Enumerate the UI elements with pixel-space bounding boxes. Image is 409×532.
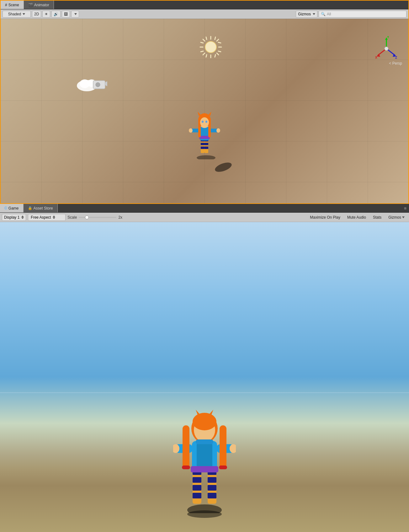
scale-section: Scale 2x <box>67 215 122 220</box>
2d-label: 2D <box>34 12 39 16</box>
game-gizmos-arrow-icon <box>402 216 405 218</box>
gizmo-widget[interactable]: Y X Z <box>374 36 399 61</box>
maximize-label: Maximize On Play <box>310 215 340 220</box>
tab-animator-label: Animator <box>34 3 49 7</box>
svg-line-13 <box>201 51 203 52</box>
sun-scene-icon <box>198 35 223 60</box>
scale-label: Scale <box>67 215 77 220</box>
svg-rect-30 <box>204 143 208 145</box>
svg-rect-26 <box>201 143 204 145</box>
free-aspect-dropdown[interactable]: Free Aspect <box>28 214 66 221</box>
gizmos-button[interactable]: Gizmos <box>296 11 317 18</box>
scene-toolbar: Shaded 2D ☀ 🔊 🖼 Gizmos 🔍 All <box>1 9 408 19</box>
svg-line-7 <box>217 39 219 41</box>
display-dropdown[interactable]: Display 1 <box>2 214 26 221</box>
svg-rect-31 <box>204 146 208 149</box>
svg-marker-21 <box>105 81 107 86</box>
svg-point-57 <box>385 47 388 51</box>
tab-asset-store[interactable]: 🔒 Asset Store <box>24 204 58 212</box>
effects-arrow-btn[interactable] <box>71 11 79 18</box>
gizmos-arrow-icon <box>313 13 315 15</box>
free-aspect-arrows-icon <box>53 215 55 219</box>
audio-button[interactable]: 🔊 <box>51 11 61 18</box>
svg-line-11 <box>201 42 203 43</box>
svg-line-14 <box>218 42 221 43</box>
svg-line-5 <box>203 39 205 41</box>
svg-rect-68 <box>208 493 216 498</box>
effects-icon: 🖼 <box>64 12 68 16</box>
scale-slider[interactable] <box>79 217 116 218</box>
svg-point-22 <box>96 82 100 87</box>
stats-label: Stats <box>373 215 381 220</box>
tab-animator[interactable]: 🎬 Animator <box>24 1 54 9</box>
svg-rect-77 <box>183 425 189 469</box>
svg-rect-78 <box>220 425 226 469</box>
character-scene <box>189 103 220 159</box>
tab-scene-label: Scene <box>8 3 19 7</box>
stats-button[interactable]: Stats <box>370 214 384 221</box>
svg-point-82 <box>193 413 216 430</box>
svg-line-15 <box>206 55 207 57</box>
game-icon: © <box>4 206 7 210</box>
lighting-button[interactable]: ☀ <box>42 11 50 18</box>
tab-scene[interactable]: # Scene <box>1 1 24 9</box>
tab-asset-store-label: Asset Store <box>34 206 53 210</box>
horizon-line <box>0 392 409 393</box>
panel-menu-icon[interactable]: ≡ <box>404 206 409 211</box>
hash-icon: # <box>5 3 7 7</box>
scale-slider-thumb[interactable] <box>85 215 89 219</box>
svg-rect-61 <box>193 477 201 483</box>
tab-game-label: Game <box>8 206 19 210</box>
svg-point-42 <box>200 117 209 127</box>
svg-point-0 <box>205 41 216 53</box>
effects-button[interactable]: 🖼 <box>62 11 70 18</box>
game-panel: © Game 🔒 Asset Store ≡ Display 1 Free As… <box>0 204 409 532</box>
svg-rect-80 <box>219 466 227 469</box>
character-ground-shadow <box>186 509 223 519</box>
svg-line-9 <box>206 37 207 40</box>
sun-icon: ☀ <box>45 12 48 16</box>
svg-point-23 <box>197 155 215 159</box>
mute-audio-button[interactable]: Mute Audio <box>345 214 369 221</box>
svg-rect-33 <box>199 136 210 139</box>
character-shadow-scene <box>214 161 239 173</box>
scene-search-box[interactable]: 🔍 All <box>319 11 406 18</box>
svg-point-36 <box>189 128 193 133</box>
svg-rect-63 <box>193 493 201 498</box>
svg-point-45 <box>202 121 204 123</box>
svg-line-6 <box>217 53 219 55</box>
free-aspect-label: Free Aspect <box>31 215 51 220</box>
camera-cloud-icon <box>76 74 107 96</box>
shaded-arrow-icon <box>23 13 25 15</box>
scale-value: 2x <box>118 215 122 220</box>
display-label: Display 1 <box>4 215 19 220</box>
game-toolbar: Display 1 Free Aspect Scale 2x Maximize … <box>0 213 409 222</box>
game-viewport[interactable] <box>0 222 409 532</box>
search-icon: 🔍 <box>321 12 326 16</box>
search-all-label: All <box>327 12 331 16</box>
effects-arrow-icon <box>74 13 77 15</box>
scene-viewport[interactable]: Y X Z < Persp <box>1 19 408 203</box>
svg-line-16 <box>215 37 215 40</box>
shaded-dropdown[interactable]: Shaded <box>3 11 31 18</box>
svg-point-86 <box>187 510 222 518</box>
svg-rect-85 <box>196 439 213 444</box>
gizmos-label: Gizmos <box>298 12 311 16</box>
svg-rect-27 <box>201 146 204 149</box>
scene-panel: # Scene 🎬 Animator Shaded 2D ☀ 🔊 🖼 <box>0 0 409 204</box>
mute-label: Mute Audio <box>347 215 366 220</box>
game-gizmos-label: Gizmos <box>388 215 401 220</box>
svg-line-12 <box>218 51 221 52</box>
shaded-label: Shaded <box>8 12 21 16</box>
maximize-button[interactable]: Maximize On Play <box>307 214 343 221</box>
svg-line-8 <box>203 53 205 55</box>
svg-point-37 <box>216 128 220 133</box>
svg-rect-71 <box>191 466 218 472</box>
game-gizmos-button[interactable]: Gizmos <box>386 214 407 221</box>
svg-line-10 <box>215 55 215 57</box>
svg-text:X: X <box>375 56 377 59</box>
tab-game[interactable]: © Game <box>0 204 24 212</box>
anim-icon: 🎬 <box>28 3 33 7</box>
2d-button[interactable]: 2D <box>32 11 41 18</box>
audio-icon: 🔊 <box>54 12 58 16</box>
